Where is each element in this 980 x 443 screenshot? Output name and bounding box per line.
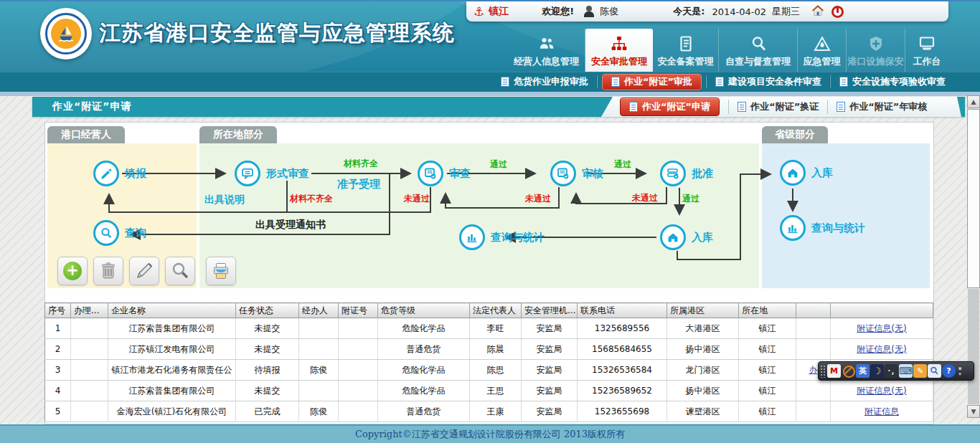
scrollbar-thumb[interactable]: [967, 109, 980, 288]
home-icon[interactable]: [811, 5, 824, 19]
flow-node-label: 入库: [692, 231, 713, 244]
table-row[interactable]: 3 镇江市港龙石化港务有限责任公待填报 陈俊 危险化学品陈思 安监局153265…: [45, 360, 933, 381]
action-attached-cert-annual[interactable]: 作业“附证”年审核: [837, 100, 927, 113]
flow-node-archive-local[interactable]: 入库: [660, 224, 713, 250]
current-weekday: 星期三: [772, 5, 800, 18]
attached-cert-info-link[interactable]: 附证信息: [864, 406, 899, 416]
magnifier-icon: [93, 220, 119, 246]
home-icon: [780, 160, 806, 186]
table-row[interactable]: 2 江苏镇江发电有限公司未提交 普通危货陈晨 安监局15685684655 扬中…: [45, 339, 933, 360]
edit-button[interactable]: [129, 257, 159, 285]
tab-operator-info[interactable]: 经营人信息管理: [508, 29, 585, 72]
tab-workbench[interactable]: 工作台: [905, 29, 948, 72]
sub-nav: 危货作业申报审批 作业“附证”审批 建设项目安全条件审查 安全设施专项验收审查: [0, 72, 980, 92]
tab-self-inspection[interactable]: 自查与督查管理: [719, 29, 798, 72]
table-row[interactable]: 1 江苏索普集团有限公司未提交 危险化学品李旺 安监局1325689556 大港…: [45, 318, 933, 339]
column-header: 经办人: [299, 303, 339, 318]
ime-mode-icon[interactable]: M: [827, 364, 841, 378]
subnav-facility-acceptance[interactable]: 安全设施专项验收审查: [831, 75, 954, 88]
action-label: 作业“附证”申请: [642, 100, 710, 113]
pencil-icon: [93, 161, 119, 186]
attached-cert-info-link[interactable]: 附证信息(无): [857, 386, 906, 396]
flow-node-audit[interactable]: 审核: [550, 161, 603, 186]
subnav-label: 安全设施专项验收审查: [852, 75, 946, 88]
action-attached-cert-renew[interactable]: 作业“附证”换证: [738, 100, 819, 113]
ime-fullhalf-moon-icon[interactable]: ☽: [870, 364, 884, 378]
page-title-bar: 作业“附证”申请 作业“附证”申请 作业“附证”换证 作业“附证”年审核: [32, 97, 965, 117]
tab-emergency[interactable]: 应急管理: [798, 29, 847, 72]
header-swoosh: [409, 62, 495, 72]
ime-english-icon[interactable]: 英: [856, 364, 870, 378]
certificate-icon: [418, 161, 443, 186]
delete-button[interactable]: [93, 257, 123, 285]
people-icon: [537, 31, 556, 52]
doc-icon: [738, 102, 746, 112]
main-nav: 经营人信息管理 安全审批管理 安全备案管理 自查与督查管理 应急管理: [508, 29, 948, 72]
ime-keyboard-icon[interactable]: ⌨: [899, 364, 913, 378]
attached-cert-info-link[interactable]: 附证信息(无): [857, 344, 906, 354]
search-button[interactable]: [165, 257, 195, 285]
tab-safety-record[interactable]: 安全备案管理: [653, 29, 719, 72]
ime-language-bar: M 英 ☽ ·, ⌨ ✎ ? ▪▾: [818, 361, 974, 381]
print-button[interactable]: [206, 257, 236, 285]
magnifier-icon: [749, 31, 768, 52]
system-title: 江苏省港口安全监管与应急管理系统: [99, 19, 455, 48]
column-header: 安全管理机...: [522, 303, 578, 318]
ime-punctuation-icon[interactable]: ·,: [885, 364, 898, 378]
page-title: 作业“附证”申请: [52, 100, 131, 113]
flow-node-query-stats-local[interactable]: 查询与统计: [459, 224, 545, 250]
user-name: 陈俊: [600, 5, 618, 18]
subnav-label: 建设项目安全条件审查: [728, 75, 821, 88]
column-header: [796, 303, 831, 318]
trash-icon: [100, 262, 117, 280]
scroll-up-button[interactable]: ▲: [967, 95, 980, 108]
logout-power-icon[interactable]: [831, 6, 844, 18]
table-row[interactable]: 5 金海宏业(镇江)石化有限公司已完成 陈俊 普通危货王康 安监局1523655…: [45, 401, 933, 422]
scrollbar-track[interactable]: [968, 289, 979, 404]
handle-link[interactable]: 办: [809, 365, 818, 375]
attached-cert-info-link[interactable]: 附证信息(无): [857, 323, 906, 333]
bar-chart-icon: [459, 224, 485, 250]
up-arrow-icon: ▲: [971, 98, 976, 105]
logo-ring: [45, 13, 87, 54]
ime-help-icon[interactable]: ?: [942, 364, 956, 378]
tab-safety-approval[interactable]: 安全审批管理: [585, 29, 653, 72]
tab-label: 自查与督查管理: [725, 55, 791, 68]
flow-node-query-stats-provincial[interactable]: 查询与统计: [780, 215, 865, 241]
edge-label-accepted: 准予受理: [337, 178, 380, 191]
action-attached-cert-apply[interactable]: 作业“附证”申请: [620, 97, 720, 116]
flow-node-approve[interactable]: 批准: [660, 161, 713, 186]
ime-search-icon[interactable]: [928, 364, 941, 378]
edge-label-fail: 未通过: [632, 192, 658, 204]
tab-port-security[interactable]: 港口设施保安: [847, 29, 905, 72]
scroll-down-button[interactable]: ▼: [967, 405, 980, 418]
app-window: 江苏省港口安全监管与应急管理系统 ⚓ 镇江 欢迎您! 陈俊 今天是: 2014-…: [0, 0, 980, 443]
column-header: 所在地: [739, 303, 796, 318]
anchor-icon: ⚓: [473, 4, 484, 19]
flow-node-label: 审核: [582, 167, 603, 181]
plus-icon: +: [63, 262, 82, 280]
flow-node-archive-provincial[interactable]: 入库: [780, 160, 833, 186]
subnav-dangerous-goods-approval[interactable]: 危货作业申报审批: [492, 75, 597, 88]
edge-label-pass: 通过: [614, 158, 631, 171]
records-table-wrap: 序号 办理... 企业名称 任务状态 经办人 附证号 危货等级 法定代表人 安全…: [44, 303, 934, 424]
subnav-construction-review[interactable]: 建设项目安全条件审查: [707, 75, 830, 88]
action-label: 作业“附证”换证: [750, 100, 819, 113]
flow-node-formal-review[interactable]: 形式审查: [235, 161, 309, 186]
subnav-attached-cert-approval[interactable]: 作业“附证”审批: [602, 74, 702, 90]
ime-disabled-icon[interactable]: [842, 364, 855, 378]
ime-minimize-icon[interactable]: ▪▾: [956, 364, 963, 378]
current-date: 2014-04-02: [712, 6, 766, 17]
tab-label: 港口设施保安: [848, 55, 904, 68]
column-header: [831, 303, 933, 318]
flow-node-review[interactable]: 审查: [418, 161, 471, 186]
top-user-bar: ⚓ 镇江 欢迎您! 陈俊 今天是: 2014-04-02 星期三: [466, 1, 948, 22]
flow-node-query[interactable]: 查询: [93, 220, 146, 246]
column-header: 危货等级: [378, 303, 470, 318]
add-button[interactable]: +: [57, 257, 88, 285]
flow-node-fill-in[interactable]: 填报: [93, 161, 146, 186]
page-footer: Copyright©江苏省交通规划设计院股份有限公司 2013版权所有: [0, 424, 980, 443]
ime-handwriting-icon[interactable]: ✎: [913, 364, 927, 378]
ime-drag-handle[interactable]: [820, 365, 826, 378]
table-row[interactable]: 4 江苏索普集团有限公司未提交 危险化学品王思 安监局15236589652 扬…: [45, 381, 933, 401]
